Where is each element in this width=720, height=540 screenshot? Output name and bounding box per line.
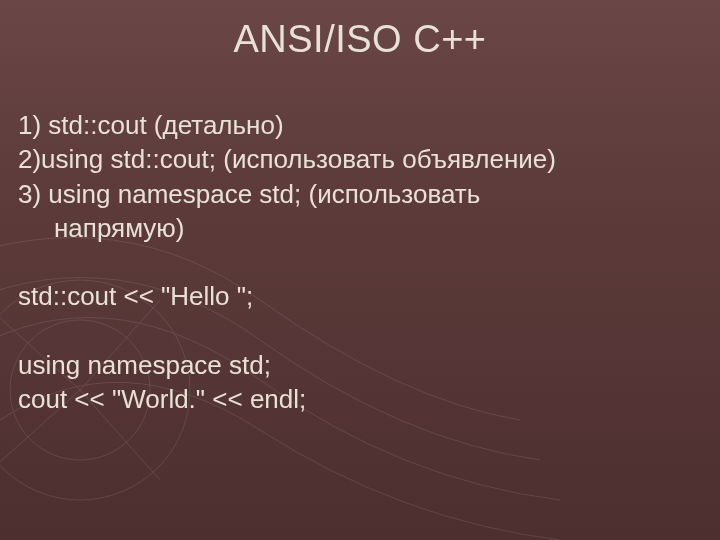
body-line-4: std::cout << "Hello ";: [18, 279, 702, 313]
body-line-1: 1) std::cout (детально): [18, 108, 702, 142]
body-line-6: cout << "World." << endl;: [18, 382, 702, 416]
slide-body: 1) std::cout (детально) 2)using std::cou…: [18, 108, 702, 416]
body-line-3a: 3) using namespace std; (использовать: [18, 177, 702, 211]
body-line-2: 2)using std::cout; (использовать объявле…: [18, 142, 702, 176]
body-line-3b: напрямую): [18, 211, 702, 245]
body-line-5: using namespace std;: [18, 348, 702, 382]
slide-title: ANSI/ISO C++: [0, 18, 720, 61]
blank-line: [18, 245, 702, 279]
slide: ANSI/ISO C++ 1) std::cout (детально) 2)u…: [0, 0, 720, 540]
blank-line: [18, 314, 702, 348]
